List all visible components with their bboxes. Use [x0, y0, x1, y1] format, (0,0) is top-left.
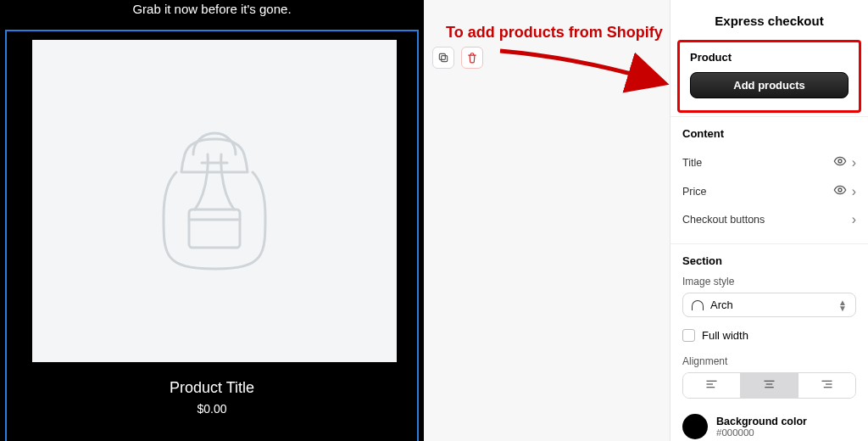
svg-rect-1	[442, 56, 448, 62]
align-left-button[interactable]	[683, 373, 741, 398]
background-color-row[interactable]: Background color #000000	[682, 414, 856, 439]
settings-panel: Express checkout Product Add products Co…	[670, 0, 868, 441]
content-row-price[interactable]: Price	[682, 177, 856, 206]
annotation-text: To add products from Shopify	[446, 24, 663, 42]
svg-rect-0	[189, 209, 240, 248]
chevron-right-icon	[852, 155, 856, 170]
svg-point-4	[838, 188, 842, 192]
duplicate-icon	[437, 52, 449, 64]
section-section-label: Section	[682, 254, 856, 267]
svg-point-3	[838, 159, 842, 163]
section-section: Section Image style Arch ▲▼ Full width A…	[670, 243, 868, 441]
duplicate-button[interactable]	[432, 47, 454, 69]
image-style-value: Arch	[710, 299, 733, 311]
bg-color-swatch	[682, 414, 708, 439]
bg-color-label: Background color	[716, 416, 807, 427]
align-right-button[interactable]	[798, 373, 855, 398]
select-stepper-icon: ▲▼	[838, 299, 847, 311]
chevron-right-icon	[852, 184, 856, 199]
align-center-icon	[763, 379, 776, 389]
trash-icon	[466, 52, 478, 64]
content-row-label: Checkout buttons	[682, 214, 765, 226]
product-title: Product Title	[32, 379, 392, 397]
backpack-icon	[130, 116, 299, 286]
full-width-checkbox[interactable]	[682, 329, 695, 342]
arch-icon	[692, 300, 704, 310]
content-section-label: Content	[682, 127, 856, 140]
eye-icon	[833, 154, 847, 171]
bg-color-value: #000000	[716, 427, 807, 438]
promo-text: Grab it now before it's gone.	[0, 0, 424, 21]
alignment-segmented	[682, 372, 856, 399]
svg-rect-2	[439, 53, 445, 59]
align-left-icon	[705, 379, 718, 389]
product-block[interactable]: Product Title $0.00	[5, 30, 419, 441]
content-section: Content Title Price Checkout buttons	[670, 116, 868, 243]
align-right-icon	[821, 379, 833, 389]
content-row-label: Price	[682, 186, 706, 198]
content-row-label: Title	[682, 157, 702, 169]
add-products-button[interactable]: Add products	[690, 72, 849, 98]
image-style-select[interactable]: Arch ▲▼	[682, 293, 856, 317]
image-style-label: Image style	[682, 276, 856, 287]
panel-title: Express checkout	[670, 0, 868, 40]
annotation-arrow-icon	[492, 36, 678, 112]
product-image-placeholder	[32, 40, 397, 362]
product-section-label: Product	[690, 51, 849, 64]
product-section-highlight: Product Add products	[677, 40, 861, 113]
align-center-button[interactable]	[741, 373, 798, 398]
content-row-title[interactable]: Title	[682, 148, 856, 177]
eye-icon	[833, 183, 847, 200]
canvas-area: To add products from Shopify	[424, 0, 670, 441]
chevron-right-icon	[852, 212, 856, 227]
full-width-label: Full width	[702, 329, 748, 342]
product-price: $0.00	[32, 402, 392, 416]
content-row-checkout-buttons[interactable]: Checkout buttons	[682, 206, 856, 233]
alignment-label: Alignment	[682, 355, 856, 367]
email-preview: Grab it now before it's gone. Product Ti…	[0, 0, 424, 441]
delete-button[interactable]	[461, 47, 483, 69]
